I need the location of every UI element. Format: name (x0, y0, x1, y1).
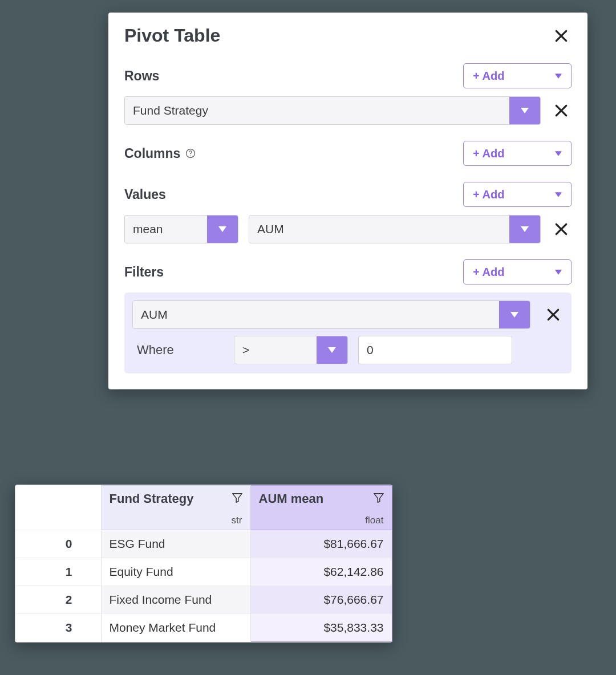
chevron-down-icon (555, 74, 562, 79)
row-index: 2 (15, 586, 101, 614)
values-agg-value: mean (125, 215, 207, 243)
column-header-aum-mean-name: AUM mean (259, 491, 324, 506)
close-icon (554, 222, 569, 237)
row-index: 3 (15, 614, 101, 642)
table-row[interactable]: 0ESG Fund$81,666.67 (15, 530, 392, 558)
filters-add-label: + Add (473, 266, 504, 279)
rows-add-label: + Add (473, 70, 504, 83)
filter-value-input[interactable]: 0 (358, 336, 512, 364)
cell-strategy: Fixed Income Fund (101, 586, 250, 614)
chevron-down-icon (521, 108, 529, 113)
filter-field-value: AUM (133, 301, 499, 328)
close-icon (554, 103, 569, 118)
table-row[interactable]: 2Fixed Income Fund$76,666.67 (15, 586, 392, 614)
chevron-down-icon (218, 226, 226, 232)
filter-field-select[interactable]: AUM (132, 300, 530, 329)
column-header-aum-mean[interactable]: AUM mean float (250, 486, 392, 530)
help-icon[interactable] (185, 148, 196, 159)
cell-aum-mean: $35,833.33 (250, 614, 392, 642)
filter-where-label: Where (132, 343, 224, 357)
close-icon (554, 29, 569, 43)
filter-block: AUM Where > 0 (124, 292, 572, 373)
values-agg-select[interactable]: mean (124, 215, 238, 243)
chevron-down-icon (328, 347, 336, 353)
values-field-select[interactable]: AUM (249, 215, 541, 243)
filter-icon[interactable] (231, 491, 244, 504)
cell-strategy: Money Market Fund (101, 614, 250, 642)
filter-op-select[interactable]: > (234, 336, 348, 364)
filter-value-text: 0 (367, 343, 374, 357)
rows-field-select[interactable]: Fund Strategy (124, 96, 541, 125)
filters-add-button[interactable]: + Add (463, 259, 572, 284)
values-section-label: Values (124, 187, 166, 202)
filters-section-label: Filters (124, 265, 164, 280)
index-header (15, 486, 101, 530)
table-row[interactable]: 3Money Market Fund$35,833.33 (15, 614, 392, 642)
chevron-down-icon (521, 226, 529, 232)
close-icon (546, 307, 561, 322)
values-remove-button[interactable] (551, 219, 572, 239)
cell-aum-mean: $62,142.86 (250, 558, 392, 586)
filter-icon[interactable] (372, 491, 385, 504)
filter-op-value: > (234, 336, 317, 364)
cell-strategy: ESG Fund (101, 530, 250, 558)
columns-add-label: + Add (473, 147, 504, 160)
pivot-table-panel: Pivot Table Rows + Add Fund Strategy (108, 13, 587, 389)
rows-field-value: Fund Strategy (125, 97, 509, 124)
row-index: 1 (15, 558, 101, 586)
chevron-down-icon (555, 270, 562, 275)
filter-remove-button[interactable] (543, 304, 564, 325)
table-row[interactable]: 1Equity Fund$62,142.86 (15, 558, 392, 586)
values-add-button[interactable]: + Add (463, 182, 572, 207)
chevron-down-icon (555, 151, 562, 156)
cell-aum-mean: $76,666.67 (250, 586, 392, 614)
columns-section-label: Columns (124, 146, 196, 161)
columns-add-button[interactable]: + Add (463, 141, 572, 166)
result-table: Fund Strategy str AUM mean float 0ESG Fu… (15, 485, 392, 643)
row-index: 0 (15, 530, 101, 558)
column-header-strategy[interactable]: Fund Strategy str (101, 486, 250, 530)
column-header-strategy-name: Fund Strategy (110, 491, 194, 506)
chevron-down-icon (510, 312, 518, 318)
values-field-value: AUM (249, 215, 509, 243)
rows-add-button[interactable]: + Add (463, 63, 572, 88)
rows-remove-button[interactable] (551, 100, 572, 121)
columns-label-text: Columns (124, 146, 180, 161)
close-panel-button[interactable] (551, 26, 572, 46)
values-add-label: + Add (473, 188, 504, 201)
rows-section-label: Rows (124, 68, 159, 84)
column-header-strategy-type: str (232, 515, 242, 526)
cell-aum-mean: $81,666.67 (250, 530, 392, 558)
chevron-down-icon (555, 192, 562, 197)
column-header-aum-mean-type: float (365, 515, 383, 526)
cell-strategy: Equity Fund (101, 558, 250, 586)
panel-title: Pivot Table (124, 25, 220, 46)
